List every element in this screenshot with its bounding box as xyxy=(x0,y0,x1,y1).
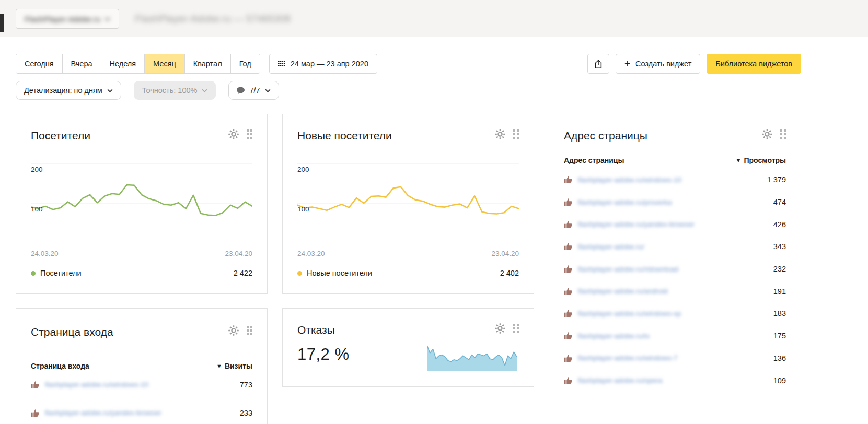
toolbar-row-2: Детализация: по дням Точность: 100% 7/7 xyxy=(16,81,279,100)
page-url-link[interactable]: flashplayer-adobe.ru/windows-xp xyxy=(578,310,681,317)
table-row: flashplayer-adobe.ru/windows-10 1 379 xyxy=(564,169,786,191)
legend-label[interactable]: Новые посетители xyxy=(307,269,372,277)
page-url-link[interactable]: flashplayer-adobe.ru/tv xyxy=(578,332,650,340)
chevron-down-icon xyxy=(105,17,110,21)
y-tick-200: 200 xyxy=(31,166,43,173)
page-url-link[interactable]: flashplayer-adobe.ru/opera xyxy=(578,376,662,384)
period-button-year[interactable]: Год xyxy=(230,54,260,73)
table-row: flashplayer-adobe.ru/proverka 474 xyxy=(564,191,786,214)
counter-selector[interactable]: FlashPlayer-Adobe.ru xyxy=(16,9,119,29)
metrica-dashboard: FlashPlayer-Adobe.ru FlashPlayer-Adobe.r… xyxy=(0,0,868,424)
bounce-sparkline xyxy=(427,341,517,371)
entry-page-link[interactable]: flashplayer-adobe.ru/windows-10 xyxy=(45,381,148,388)
page-url-link[interactable]: flashplayer-adobe.ru/windows-10 xyxy=(578,176,681,184)
gear-icon[interactable] xyxy=(762,129,772,139)
thumb-up-icon[interactable] xyxy=(564,175,573,184)
thumb-up-icon[interactable] xyxy=(564,332,573,340)
table-row: flashplayer-adobe.ru/android 191 xyxy=(564,280,786,302)
new-visitors-chart: 200 100 xyxy=(297,156,519,234)
table-row: flashplayer-adobe.ru/ 343 xyxy=(564,235,786,258)
row-value: 1 379 xyxy=(767,175,786,184)
thumb-up-icon[interactable] xyxy=(564,376,573,385)
page-url-link[interactable]: flashplayer-adobe.ru/#download xyxy=(578,265,678,273)
export-button[interactable] xyxy=(587,54,609,74)
sort-desc-icon: ▼ xyxy=(216,363,222,369)
table-row: flashplayer-adobe.ru/windows-7 136 xyxy=(564,347,786,370)
table-row: flashplayer-adobe.ru/windows-xp 183 xyxy=(564,302,786,325)
drag-handle-icon[interactable] xyxy=(513,129,519,139)
gear-icon[interactable] xyxy=(228,129,239,139)
export-icon xyxy=(594,59,603,69)
column-name-header[interactable]: Адрес страницы xyxy=(564,156,624,164)
period-button-yesterday[interactable]: Вчера xyxy=(62,54,101,73)
thumb-up-icon[interactable] xyxy=(564,309,573,317)
table-row: flashplayer-adobe.ru/opera 109 xyxy=(564,369,786,392)
entry-page-table: flashplayer-adobe.ru/windows-10 773 flas… xyxy=(31,374,252,424)
date-range-button[interactable]: 24 мар — 23 апр 2020 xyxy=(269,54,377,74)
gear-icon[interactable] xyxy=(495,129,505,139)
thumb-up-icon[interactable] xyxy=(31,381,40,389)
thumb-up-icon[interactable] xyxy=(564,198,573,206)
row-value: 183 xyxy=(773,309,786,317)
legend-dot xyxy=(297,271,302,276)
detalization-label: Детализация: по дням xyxy=(24,86,102,95)
speech-bubble-icon xyxy=(237,87,245,94)
widget-title: Новые посетители xyxy=(297,129,392,143)
plus-icon: + xyxy=(624,58,630,68)
legend-label[interactable]: Посетители xyxy=(40,269,82,277)
data-completeness-dropdown[interactable]: 7/7 xyxy=(228,81,279,100)
widget-library-button[interactable]: Библиотека виджетов xyxy=(707,54,801,74)
thumb-up-icon[interactable] xyxy=(564,220,573,229)
page-url-link[interactable]: flashplayer-adobe.ru/proverka xyxy=(578,198,672,206)
thumb-up-icon[interactable] xyxy=(564,265,573,273)
toolbar-row-1: Сегодня Вчера Неделя Месяц Квартал Год 2… xyxy=(16,54,801,74)
thumb-up-icon[interactable] xyxy=(564,287,573,296)
chevron-down-icon xyxy=(202,89,207,92)
window-edge xyxy=(0,14,4,32)
drag-handle-icon[interactable] xyxy=(247,129,253,139)
create-widget-button[interactable]: + Создать виджет xyxy=(616,54,700,74)
accuracy-dropdown[interactable]: Точность: 100% xyxy=(134,81,216,100)
legend-total: 2 422 xyxy=(234,269,252,277)
counter-name: FlashPlayer-Adobe.ru xyxy=(25,15,100,23)
page-url-link[interactable]: flashplayer-adobe.ru/windows-7 xyxy=(578,354,678,362)
table-row: flashplayer-adobe.ru/yandex-browser 426 xyxy=(564,213,786,235)
page-url-link[interactable]: flashplayer-adobe.ru/yandex-browser xyxy=(578,220,695,228)
sort-desc-icon: ▼ xyxy=(736,157,742,163)
legend-dot xyxy=(31,271,36,276)
accuracy-label: Точность: 100% xyxy=(142,86,198,95)
period-button-quarter[interactable]: Квартал xyxy=(184,54,230,73)
thumb-up-icon[interactable] xyxy=(564,242,573,251)
x-axis-line xyxy=(31,245,252,245)
table-row: flashplayer-adobe.ru/yandex-browser 233 xyxy=(31,403,252,424)
column-value-header[interactable]: ▼ Просмотры xyxy=(736,156,786,164)
page-url-link[interactable]: flashplayer-adobe.ru/android xyxy=(578,287,668,295)
period-button-month[interactable]: Месяц xyxy=(144,54,184,73)
column-name-header[interactable]: Страница входа xyxy=(31,362,89,370)
detalization-dropdown[interactable]: Детализация: по дням xyxy=(16,81,121,100)
x-label-end: 23.04.20 xyxy=(491,250,519,257)
period-button-week[interactable]: Неделя xyxy=(101,54,145,73)
drag-handle-icon[interactable] xyxy=(780,129,786,139)
page-url-link[interactable]: flashplayer-adobe.ru/ xyxy=(578,243,644,251)
x-label-start: 24.03.20 xyxy=(31,250,59,257)
toolbar-right-group: + Создать виджет Библиотека виджетов xyxy=(587,54,801,74)
gear-icon[interactable] xyxy=(495,323,505,334)
table-row: flashplayer-adobe.ru/#download 232 xyxy=(564,258,786,280)
calendar-grid-icon xyxy=(278,61,285,67)
thumb-up-icon[interactable] xyxy=(31,409,40,417)
period-button-today[interactable]: Сегодня xyxy=(16,54,62,73)
widget-title: Отказы xyxy=(297,323,335,337)
drag-handle-icon[interactable] xyxy=(513,324,519,334)
page-url-table: flashplayer-adobe.ru/windows-10 1 379 fl… xyxy=(564,169,786,392)
gear-icon[interactable] xyxy=(228,325,239,336)
thumb-up-icon[interactable] xyxy=(564,354,573,362)
column-value-header[interactable]: ▼ Визиты xyxy=(216,362,252,370)
y-tick-100: 100 xyxy=(31,205,43,213)
top-bar: FlashPlayer-Adobe.ru FlashPlayer-Adobe.r… xyxy=(0,0,868,37)
row-value: 233 xyxy=(240,409,252,417)
widget-title: Посетители xyxy=(31,129,90,143)
entry-page-link[interactable]: flashplayer-adobe.ru/yandex-browser xyxy=(45,409,161,417)
drag-handle-icon[interactable] xyxy=(247,326,253,336)
row-value: 136 xyxy=(773,354,786,362)
